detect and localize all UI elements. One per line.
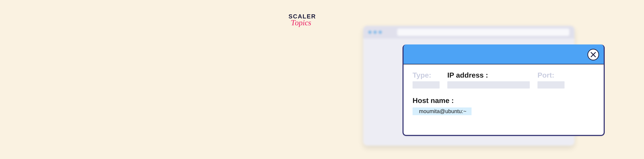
port-field: Port:: [538, 71, 564, 88]
dialog-row-1: Type: IP address : Port:: [412, 71, 595, 88]
host-name-value: moumita@ubuntu:~: [419, 108, 466, 114]
type-field: Type:: [412, 71, 440, 88]
dialog-body: Type: IP address : Port: Host name : mou…: [404, 64, 604, 120]
traffic-light-dot: [374, 31, 376, 34]
browser-titlebar: [363, 26, 574, 39]
ip-address-input[interactable]: [447, 81, 530, 88]
scaler-topics-logo: SCALER Topics: [288, 13, 316, 27]
host-name-value-highlight: moumita@ubuntu:~: [412, 108, 472, 115]
ip-address-field: IP address :: [447, 71, 530, 88]
traffic-light-dot: [368, 31, 372, 34]
ip-address-label: IP address :: [447, 71, 530, 79]
logo-topics-text: Topics: [290, 18, 316, 27]
host-name-label: Host name :: [412, 96, 595, 105]
dialog-row-2: Host name : moumita@ubuntu:~: [412, 96, 595, 115]
traffic-light-dot: [379, 31, 382, 34]
close-icon: [590, 52, 596, 58]
connection-dialog: Type: IP address : Port: Host name : mou…: [402, 44, 605, 136]
type-input[interactable]: [412, 81, 440, 88]
traffic-lights: [368, 31, 382, 34]
dialog-titlebar: [404, 44, 604, 64]
port-label: Port:: [538, 71, 564, 79]
address-bar: [397, 28, 569, 36]
type-label: Type:: [412, 71, 440, 79]
port-input[interactable]: [538, 81, 564, 88]
close-button[interactable]: [588, 49, 599, 60]
